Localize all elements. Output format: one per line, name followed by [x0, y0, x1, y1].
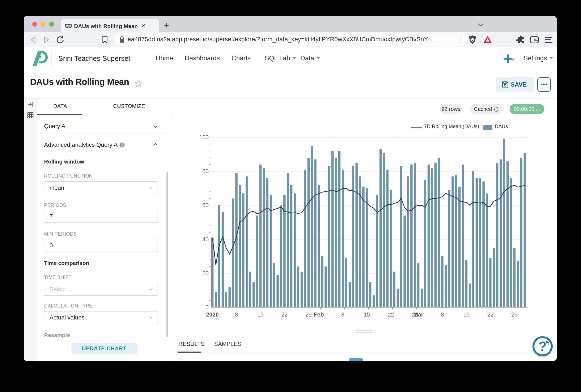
svg-text:60: 60 — [202, 202, 209, 208]
svg-text:22: 22 — [281, 312, 288, 318]
svg-text:15: 15 — [257, 312, 264, 318]
svg-text:40: 40 — [202, 236, 209, 242]
svg-text:22: 22 — [388, 312, 394, 318]
svg-text:Mar: Mar — [413, 312, 424, 318]
svg-text:Feb: Feb — [314, 312, 324, 318]
svg-text:100: 100 — [199, 134, 209, 141]
svg-text:22: 22 — [487, 312, 494, 318]
svg-text:8: 8 — [441, 312, 444, 318]
svg-text:15: 15 — [463, 312, 470, 318]
svg-text:15: 15 — [364, 312, 370, 318]
svg-text:20: 20 — [202, 270, 209, 276]
svg-text:8: 8 — [341, 312, 344, 318]
svg-text:29: 29 — [306, 312, 312, 318]
svg-text:80: 80 — [202, 168, 209, 175]
svg-text:29: 29 — [511, 312, 518, 318]
svg-text:0: 0 — [206, 304, 209, 310]
svg-text:2020: 2020 — [206, 312, 219, 318]
svg-text:8: 8 — [235, 312, 238, 318]
